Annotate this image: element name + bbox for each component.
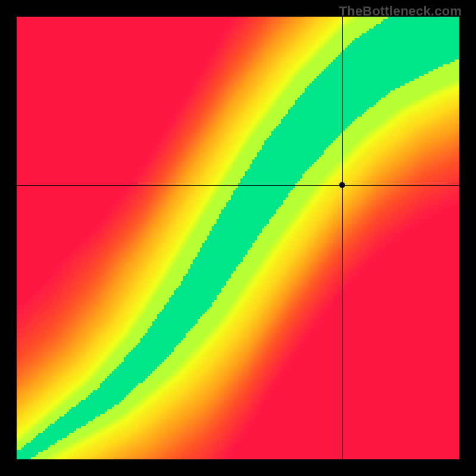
heatmap-canvas	[17, 17, 459, 459]
chart-frame: TheBottleneck.com	[0, 0, 476, 476]
heatmap-plot	[17, 17, 459, 459]
